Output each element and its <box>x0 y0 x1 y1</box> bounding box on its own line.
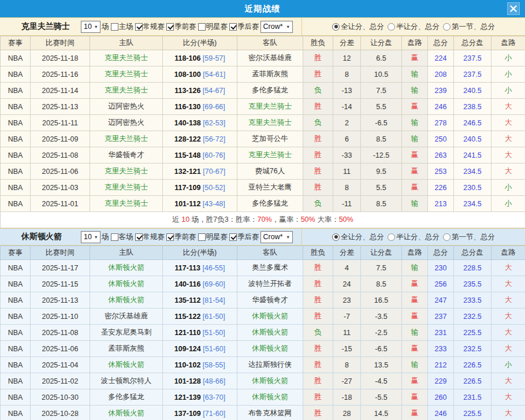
checkbox-label: 常规赛 <box>143 22 165 32</box>
column-header: 主队 <box>90 246 163 260</box>
cell: 2025-11-09 <box>31 131 90 147</box>
cell: -3.5 <box>361 309 402 325</box>
cell: 238.5 <box>454 99 492 115</box>
summary-part: 近 <box>172 215 181 224</box>
table-row: NBA2025-11-01克里夫兰骑士101-112 [43-48]多伦多猛龙负… <box>1 196 525 212</box>
filter-checkbox-0[interactable]: 主场 <box>111 22 133 32</box>
cell: 225.5 <box>454 406 492 420</box>
checkbox[interactable] <box>135 23 143 31</box>
stat-mode-radio-0[interactable]: 全让分、总分 <box>332 232 384 242</box>
summary-part: 50% <box>339 215 353 224</box>
cell: 2025-11-08 <box>31 147 90 163</box>
cell: 圣安东尼奥马刺 <box>90 325 163 341</box>
team-filter-bar: 休斯顿火箭10▼场客场常规赛季前赛明星赛季后赛Crow*▼全让分、总分半让分、总… <box>0 228 525 246</box>
cell: 226.5 <box>454 373 492 389</box>
stat-mode-radio-1[interactable]: 半让分、总分 <box>388 22 440 32</box>
radio[interactable] <box>443 233 450 241</box>
cell: 109-124 [51-60] <box>163 341 237 357</box>
cell: 24 <box>333 276 361 292</box>
stat-mode-radio-1[interactable]: 半让分、总分 <box>388 232 440 242</box>
checkbox[interactable] <box>198 233 206 241</box>
column-header: 总分 <box>428 246 454 260</box>
final-score: 108-100 <box>174 70 201 79</box>
cell: 2 <box>333 115 361 131</box>
checkbox[interactable] <box>111 233 118 241</box>
cell: 212 <box>428 357 454 373</box>
checkbox[interactable] <box>166 23 174 31</box>
cell: 239 <box>428 83 454 99</box>
radio[interactable] <box>443 23 450 31</box>
final-score: 117-113 <box>175 264 201 272</box>
stat-mode-radio-2[interactable]: 第一节、总分 <box>443 232 495 242</box>
table-row: NBA2025-11-10密尔沃基雄鹿115-122 [61-50]休斯顿火箭胜… <box>1 309 525 325</box>
games-suffix-label: 场 <box>102 22 109 32</box>
final-score: 140-116 <box>174 280 200 288</box>
filter-checkbox-3[interactable]: 明星赛 <box>198 22 228 32</box>
cell: -6.5 <box>361 115 402 131</box>
filter-checkbox-4[interactable]: 季后赛 <box>229 22 259 32</box>
cell: 246 <box>428 99 454 115</box>
checkbox[interactable] <box>135 233 143 241</box>
final-score: 109-124 <box>174 345 201 353</box>
close-button[interactable] <box>507 2 520 15</box>
cell: -2.5 <box>361 325 402 341</box>
cell: 224 <box>428 50 454 66</box>
table-row: NBA2025-11-14克里夫兰骑士113-126 [54-67]多伦多猛龙负… <box>1 83 525 99</box>
checkbox[interactable] <box>198 23 206 31</box>
column-header: 主队 <box>90 36 163 50</box>
team-filter-bar: 克里夫兰骑士10▼场主场常规赛季前赛明星赛季后赛Crow*▼全让分、总分半让分、… <box>0 17 525 36</box>
cell: 大 <box>492 406 525 420</box>
filter-checkbox-1[interactable]: 常规赛 <box>135 232 165 242</box>
cell: 小 <box>492 50 525 66</box>
cell: NBA <box>1 260 31 276</box>
cell: 赢 <box>402 276 428 292</box>
checkbox-label: 明星赛 <box>206 22 228 32</box>
cell: 8.5 <box>361 131 402 147</box>
checkbox[interactable] <box>229 233 237 241</box>
filter-checkbox-2[interactable]: 季前赛 <box>166 22 196 32</box>
cell: 大 <box>492 292 525 309</box>
half-score: [46-55] <box>200 264 225 272</box>
half-score: [54-67] <box>200 87 225 95</box>
radio[interactable] <box>388 23 395 31</box>
cell: 输 <box>402 83 428 99</box>
checkbox[interactable] <box>229 23 237 31</box>
cell: 克里夫兰骑士 <box>90 50 163 66</box>
cell: 8 <box>333 66 361 83</box>
filter-checkbox-0[interactable]: 客场 <box>111 232 133 242</box>
radio[interactable] <box>388 233 395 241</box>
stat-mode-radio-0[interactable]: 全让分、总分 <box>332 22 384 32</box>
half-score: [69-66] <box>200 103 225 111</box>
filter-checkbox-3[interactable]: 明星赛 <box>198 232 228 242</box>
cell: 输 <box>402 66 428 83</box>
cell: 231.5 <box>454 389 492 406</box>
checkbox-label: 季后赛 <box>237 232 259 242</box>
cell: 132-121 [70-67] <box>163 163 237 180</box>
filter-checkbox-2[interactable]: 季前赛 <box>166 232 196 242</box>
summary-text: 近 10 场，胜7负3：胜率：70%，赢率：50% 大率：50% <box>1 212 525 228</box>
column-header: 比赛时间 <box>31 246 90 260</box>
cell: NBA <box>1 83 31 99</box>
cell: 大 <box>492 325 525 341</box>
cell: 213 <box>428 196 454 212</box>
filter-checkbox-1[interactable]: 常规赛 <box>135 22 165 32</box>
odds-source-select[interactable]: Crow*▼ <box>260 21 293 33</box>
filter-checkbox-4[interactable]: 季后赛 <box>229 232 259 242</box>
cell: 115-148 [60-76] <box>163 147 237 163</box>
checkbox-label: 季前赛 <box>174 232 196 242</box>
checkbox-label: 明星赛 <box>206 232 228 242</box>
cell: 孟菲斯灰熊 <box>90 341 163 357</box>
cell: 华盛顿奇才 <box>90 147 163 163</box>
radio[interactable] <box>332 23 340 31</box>
checkbox[interactable] <box>166 233 174 241</box>
column-header: 盘路 <box>492 36 525 50</box>
stat-mode-radio-2[interactable]: 第一节、总分 <box>443 22 495 32</box>
games-count-select[interactable]: 10▼ <box>81 231 100 243</box>
cell: 117-109 [50-52] <box>163 180 237 196</box>
games-count-select[interactable]: 10▼ <box>81 21 100 33</box>
cell: 胜 <box>303 341 333 357</box>
table-row: NBA2025-11-06克里夫兰骑士132-121 [70-67]费城76人胜… <box>1 163 525 180</box>
checkbox[interactable] <box>111 23 118 31</box>
odds-source-select[interactable]: Crow*▼ <box>260 231 293 243</box>
radio[interactable] <box>332 233 340 241</box>
